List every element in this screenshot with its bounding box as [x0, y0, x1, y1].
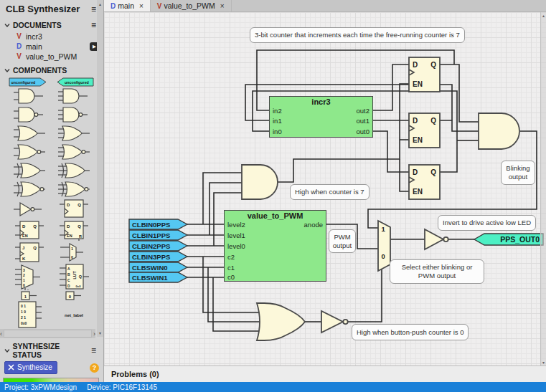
chevron-down-icon	[4, 22, 10, 28]
synthesize-status-section: SYNTHESIZE STATUS ≡ Synthesize ?	[0, 340, 103, 382]
annotation-high-counter7[interactable]: High when counter is 7	[290, 184, 370, 200]
component-nor2[interactable]	[13, 143, 46, 161]
svg-text:net_label: net_label	[65, 313, 83, 317]
component-and3[interactable]	[57, 87, 90, 105]
svg-text:CLBIN0PPS: CLBIN0PPS	[132, 221, 170, 229]
component-net-label[interactable]: net_label	[53, 310, 95, 319]
component-dff[interactable]: DQ	[57, 199, 90, 220]
svg-text:0x0: 0x0	[76, 285, 82, 288]
tab-label: value_to_PWM	[164, 1, 215, 10]
chevron-down-icon	[4, 348, 9, 353]
synthesize-button[interactable]: Synthesize	[4, 361, 57, 374]
component-const1[interactable]: 1	[13, 290, 46, 300]
sidebar-vertical-scrollbar[interactable]: ▴ ▾	[97, 0, 103, 337]
canvas-vertical-scrollbar[interactable]: ▴ ▾	[540, 12, 546, 365]
tab-value-to-pwm[interactable]: V value_to_PWM ×	[151, 0, 232, 11]
svg-text:0x0: 0x0	[21, 321, 27, 325]
annotation-invert-led[interactable]: Invert to drive active low LED	[438, 215, 536, 231]
svg-text:K: K	[22, 257, 26, 261]
svg-text:2: 2	[23, 273, 25, 277]
scroll-up-icon[interactable]: ▴	[542, 13, 545, 18]
verilog-file-icon: V	[16, 52, 22, 61]
statusbar: Project: 3xPWMdesign Device: PIC16F13145	[0, 382, 546, 392]
svg-text:CLBSWIN0: CLBSWIN0	[132, 264, 168, 272]
component-nand3[interactable]	[57, 105, 90, 124]
component-xor3[interactable]	[57, 161, 90, 180]
tab-main[interactable]: D main ×	[104, 0, 151, 11]
component-xnor2[interactable]	[13, 180, 46, 199]
component-output-port[interactable]: unconfigured	[53, 77, 95, 87]
design-file-icon: D	[110, 2, 116, 10]
pin-label: level0	[227, 242, 245, 250]
inverter-led[interactable]	[425, 229, 443, 249]
scroll-up-icon[interactable]: ▴	[99, 1, 101, 6]
annotation-high-button0[interactable]: High when button-push counter is 0	[352, 324, 469, 340]
components-header-label: COMPONENTS	[13, 66, 67, 75]
annotation-counter[interactable]: 3-bit counter that increments each time …	[250, 27, 465, 43]
annotation-blinking-output[interactable]: Blinking output	[501, 161, 535, 185]
and-gate-counter7[interactable]	[242, 165, 278, 199]
component-or3[interactable]	[57, 124, 90, 143]
svg-text:J: J	[22, 246, 24, 250]
help-button[interactable]: ?	[90, 363, 99, 373]
svg-text:EN: EN	[413, 188, 423, 196]
component-xnor3[interactable]	[57, 180, 90, 199]
tools-icon	[8, 364, 14, 371]
sidebar-horizontal-scrollbar[interactable]: ‹ ›	[0, 329, 95, 338]
close-icon[interactable]: ×	[139, 2, 143, 10]
sidebar-item-main[interactable]: D main ▶	[0, 42, 103, 52]
component-not[interactable]	[13, 200, 46, 219]
sidebar-item-incr3[interactable]: V incr3	[0, 32, 103, 42]
svg-text:Q: Q	[430, 117, 436, 125]
documents-section-header[interactable]: DOCUMENTS ≡	[0, 16, 103, 32]
component-nand2[interactable]	[13, 105, 46, 124]
schematic-canvas[interactable]: DQEN DQEN DQEN 1 0 CLBIN0	[104, 12, 546, 365]
scroll-left-icon[interactable]: ‹	[0, 330, 2, 338]
component-dff-en[interactable]: DQEN	[13, 220, 46, 242]
app-menu-icon[interactable]: ≡	[91, 4, 96, 14]
scroll-right-icon[interactable]: ›	[93, 330, 95, 338]
annotation-pwm-output[interactable]: PWM output	[329, 229, 356, 253]
component-const0[interactable]: 0	[57, 290, 90, 300]
svg-text:CLBSWIN1: CLBSWIN1	[132, 274, 168, 282]
block-value-to-pwm[interactable]: value_to_PWM level2 level1 level0 c2 c1 …	[224, 210, 326, 282]
component-lut[interactable]: ABCDLUTQ0x0	[57, 263, 90, 290]
synthesize-section-header[interactable]: SYNTHESIZE STATUS ≡	[0, 340, 103, 360]
synthesize-button-label: Synthesize	[17, 363, 52, 371]
svg-text:LUT: LUT	[72, 271, 77, 279]
and-gate-blinking[interactable]	[479, 113, 519, 149]
documents-header-label: DOCUMENTS	[13, 21, 62, 29]
block-incr3[interactable]: incr3 in2 in1 in0 out2 out1 out0	[269, 96, 373, 138]
block-title: value_to_PWM	[225, 211, 326, 220]
documents-menu-icon[interactable]: ≡	[91, 20, 96, 30]
svg-text:0: 0	[382, 252, 385, 260]
component-and2[interactable]	[13, 87, 46, 105]
component-mux2[interactable]: 10	[57, 242, 90, 262]
close-icon[interactable]: ×	[220, 2, 225, 10]
component-mux4[interactable]: 3210	[13, 263, 46, 290]
component-nor3[interactable]	[57, 143, 90, 161]
component-or2[interactable]	[13, 124, 46, 143]
component-dff-en-r[interactable]: DQENR	[57, 220, 90, 242]
components-section-header[interactable]: COMPONENTS	[0, 62, 103, 76]
inverter-select[interactable]	[321, 311, 343, 333]
scrollbar-track[interactable]	[4, 330, 92, 338]
clb-synthesizer-app: CLB Synthesizer ≡ DOCUMENTS ≡ V incr3 D …	[0, 0, 546, 392]
sidebar-item-value-to-pwm[interactable]: V value_to_PWM	[0, 52, 103, 62]
scroll-down-icon[interactable]: ▾	[542, 360, 545, 365]
inverter-bubble-icon	[443, 237, 448, 242]
pin-label: level2	[227, 221, 245, 229]
component-xor2[interactable]	[13, 161, 46, 180]
problems-panel[interactable]: Problems (0)	[104, 365, 546, 382]
component-input-port[interactable]: unconfigured	[9, 77, 50, 87]
or-gate-button-counter[interactable]	[257, 303, 305, 340]
scroll-down-icon[interactable]: ▾	[99, 330, 101, 335]
design-file-icon: D	[16, 42, 22, 51]
synthesize-menu-icon[interactable]: ≡	[91, 345, 96, 355]
app-title: CLB Synthesizer	[6, 4, 80, 14]
svg-text:1 0: 1 0	[21, 310, 26, 314]
svg-text:Q: Q	[430, 61, 436, 69]
component-truth-table[interactable]: 0 11 02 10x0	[13, 300, 46, 329]
component-jkff[interactable]: JQK	[13, 242, 46, 263]
annotation-select-source[interactable]: Select either blinking or PWM output	[390, 259, 484, 284]
